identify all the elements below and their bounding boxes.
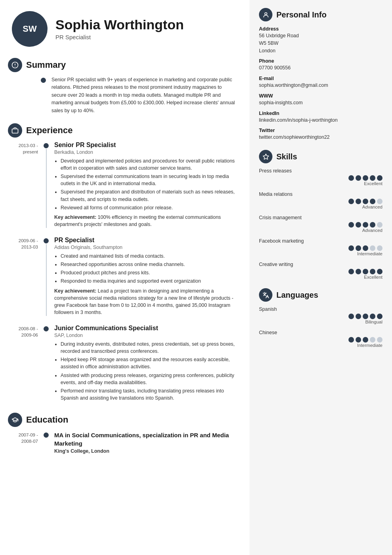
- skill-item: Crisis managementAdvanced: [259, 215, 382, 233]
- skill-dot-filled: [370, 222, 375, 228]
- skill-dot-filled: [348, 269, 354, 274]
- bullet: Responded to media inquiries and support…: [61, 278, 238, 285]
- skill-dot-filled: [356, 222, 361, 228]
- job-content-2: PR Specialist Adidas Originals, Southamp…: [54, 237, 238, 316]
- linkedin-value: linkedin.com/in/sophia-j-worthington: [259, 117, 382, 124]
- skill-dot-filled: [348, 337, 354, 343]
- twitter-value: twitter.com/sophieworthington22: [259, 134, 382, 141]
- job-bullets-1: Developed and implemented policies and p…: [54, 157, 238, 211]
- skill-item: Creative writingExcellent: [259, 262, 382, 279]
- summary-row: Senior PR specialist with 9+ years of ex…: [8, 76, 238, 115]
- job-title-1: Senior PR Specialist: [54, 142, 238, 149]
- skills-container: Press releasesExcellentMedia relationsAd…: [259, 168, 382, 279]
- skill-dots-row: [259, 199, 382, 204]
- bullet: Created and maintained lists of media co…: [61, 253, 238, 260]
- svg-rect-3: [12, 129, 18, 133]
- skill-dot-filled: [363, 337, 368, 343]
- edu-degree-1: MA in Social Communications, specializat…: [54, 431, 238, 448]
- bullet: Researched opportunities across online m…: [61, 261, 238, 268]
- avatar: SW: [12, 11, 48, 47]
- skill-dot-filled: [377, 269, 382, 274]
- job-company-1: Berkadia, London: [54, 149, 238, 155]
- skill-dot-empty: [377, 245, 382, 251]
- skills-icon: [259, 150, 272, 163]
- languages-title: Languages: [276, 291, 318, 300]
- bullet: Developed and implemented policies and p…: [61, 157, 238, 172]
- linkedin-block: LinkedIn linkedin.com/in/sophia-j-worthi…: [259, 111, 382, 124]
- skill-level-label: Advanced: [259, 205, 382, 209]
- edu-date-text-1: 2007-09 - 2008-07: [19, 433, 38, 444]
- edu-date-1: 2007-09 - 2008-07: [8, 431, 44, 454]
- address-block: Address 56 Uxbridge Road W5 5BW London: [259, 26, 382, 54]
- email-block: E-mail sophia.worthington@gmail.com: [259, 76, 382, 89]
- skill-dot-filled: [363, 314, 368, 319]
- job-date-text-3: 2008-08 - 2009-06: [19, 326, 38, 337]
- skill-dots-row: [259, 314, 382, 319]
- skill-dot-filled: [370, 199, 375, 204]
- languages-icon: [259, 288, 272, 302]
- languages-container: SpanishBilingualChineseIntermediate: [259, 306, 382, 348]
- summary-body: Senior PR specialist with 9+ years of ex…: [51, 76, 238, 115]
- job-date-2: 2009-06 - 2013-03: [8, 237, 44, 316]
- skill-dots-row: [259, 222, 382, 228]
- address-line2: W5 5BW: [259, 40, 278, 46]
- edu-content-1: MA in Social Communications, specializat…: [54, 431, 238, 454]
- candidate-name: Sophia Worthington: [55, 17, 184, 32]
- summary-section: Summary Senior PR specialist with 9+ yea…: [8, 58, 238, 115]
- skill-dot-filled: [363, 199, 368, 204]
- job-dot-col-1: [44, 142, 49, 228]
- address-line3: London: [259, 48, 276, 54]
- skill-dot-filled: [348, 222, 354, 228]
- avatar-initials: SW: [23, 24, 36, 34]
- edu-item-1: 2007-09 - 2008-07 MA in Social Communica…: [8, 431, 238, 454]
- job-dot-1: [44, 143, 49, 148]
- bullet: Supervised the external communications t…: [61, 173, 238, 187]
- skill-dot-filled: [377, 175, 382, 181]
- education-icon: [8, 413, 22, 427]
- job-company-2: Adidas Originals, Southampton: [54, 245, 238, 250]
- address-value: 56 Uxbridge Road W5 5BW London: [259, 32, 382, 54]
- skill-dot-empty: [377, 222, 382, 228]
- bullet: During industry events, distributed note…: [61, 341, 238, 355]
- job-company-3: SAP, London: [54, 333, 238, 338]
- skill-dot-empty: [377, 199, 382, 204]
- summary-dot: [41, 78, 46, 83]
- phone-value: 07700 900556: [259, 64, 382, 72]
- skill-dots-row: [259, 175, 382, 181]
- job-date-text-2: 2009-06 - 2013-03: [19, 238, 38, 249]
- experience-header: Experience: [8, 123, 238, 138]
- skill-dot-filled: [356, 199, 361, 204]
- bullet: Performed minor translating tasks, inclu…: [61, 387, 238, 402]
- twitter-block: Twitter twitter.com/sophieworthington22: [259, 128, 382, 141]
- job-dot-col-3: [44, 325, 49, 404]
- job-dot-col-2: [44, 237, 49, 316]
- job-item-2: 2009-06 - 2013-03 PR Specialist Adidas O…: [8, 237, 238, 316]
- bullet: Produced product pitches and press kits.: [61, 269, 238, 276]
- summary-spacer: [8, 76, 51, 115]
- skill-item: ChineseIntermediate: [259, 330, 382, 348]
- address-line1: 56 Uxbridge Road: [259, 33, 299, 38]
- www-value: sophia-insights.com: [259, 99, 382, 107]
- bullet: Helped keep PR storage areas organized a…: [61, 356, 238, 370]
- skill-dots-row: [259, 337, 382, 343]
- job-dot-2: [44, 238, 49, 243]
- twitter-label: Twitter: [259, 128, 382, 133]
- left-column: SW Sophia Worthington PR Specialist Summ…: [0, 0, 249, 555]
- skill-dot-filled: [356, 175, 361, 181]
- skill-dot-filled: [370, 314, 375, 319]
- experience-icon: [8, 123, 22, 138]
- phone-block: Phone 07700 900556: [259, 58, 382, 72]
- personal-info-icon: [259, 8, 272, 21]
- skill-dot-filled: [363, 245, 368, 251]
- skill-dot-filled: [356, 269, 361, 274]
- svg-point-4: [265, 12, 267, 15]
- skill-dot-filled: [348, 245, 354, 251]
- skill-dot-filled: [370, 175, 375, 181]
- skill-dot-filled: [356, 245, 361, 251]
- skill-dot-filled: [363, 175, 368, 181]
- skill-dot-empty: [370, 245, 375, 251]
- job-item-1: 2013-03 - present Senior PR Specialist B…: [8, 142, 238, 228]
- skill-dot-filled: [363, 222, 368, 228]
- linkedin-label: LinkedIn: [259, 111, 382, 116]
- summary-icon: [8, 58, 22, 72]
